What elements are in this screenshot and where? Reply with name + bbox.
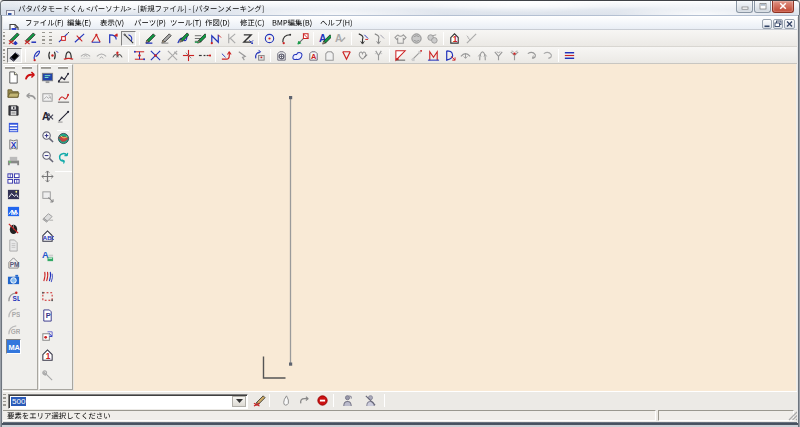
svg-text:PM: PM [9,261,19,268]
svg-text:SL: SL [12,295,19,302]
svg-text:A: A [335,33,343,44]
svg-text:1: 1 [45,351,50,361]
svg-text:ABC: ABC [42,235,53,241]
svg-text:P: P [45,312,50,321]
svg-text:PS: PS [11,312,19,319]
svg-text:GR: GR [10,328,19,335]
svg-text:X: X [10,140,16,150]
svg-text:1: 1 [453,34,458,44]
svg-text:M: M [10,209,16,218]
svg-text:MA: MA [8,343,20,352]
svg-text:A: A [311,52,317,61]
